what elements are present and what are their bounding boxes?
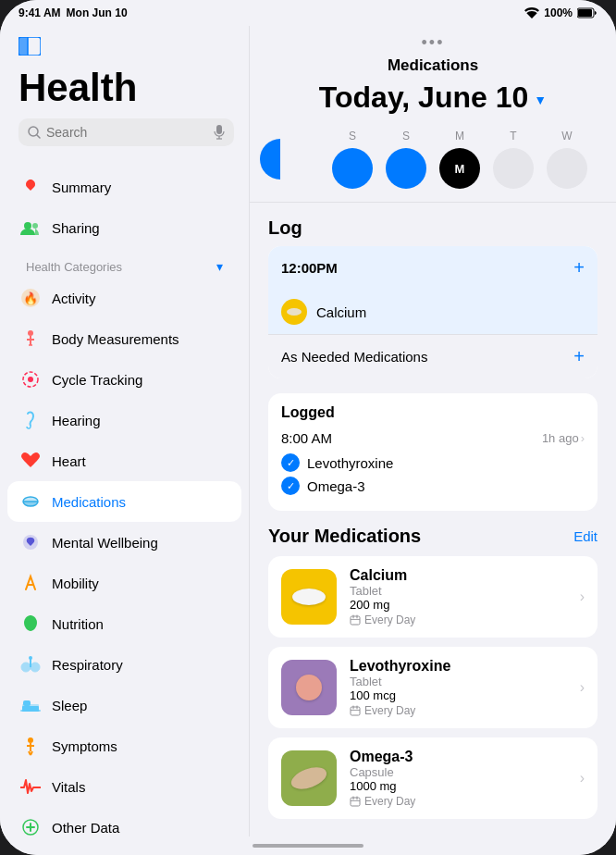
svg-point-15 (28, 330, 33, 336)
omega3-thumbnail (281, 750, 337, 806)
health-categories-header[interactable]: Health Categories ▾ (7, 248, 241, 278)
day-tuesday[interactable]: T (493, 130, 534, 189)
heart-icon (18, 449, 43, 473)
svg-rect-33 (23, 700, 31, 706)
respiratory-label: Respiratory (52, 657, 123, 673)
home-bar (253, 844, 363, 848)
day-circle-m[interactable]: M (439, 148, 480, 189)
body-measurements-label: Body Measurements (52, 331, 179, 347)
omega3-pill (289, 763, 329, 793)
svg-text:🔥: 🔥 (23, 291, 39, 306)
medication-omega3[interactable]: Omega-3 Capsule 1000 mg Every D (268, 737, 598, 819)
svg-point-46 (287, 308, 302, 316)
svg-rect-34 (20, 710, 41, 712)
medication-calcium[interactable]: Calcium Tablet 200 mg Every Day (268, 556, 598, 638)
sidebar-item-mental-wellbeing[interactable]: Mental Wellbeing (7, 522, 241, 563)
other-data-icon (18, 815, 43, 836)
logged-ago: 1h ago › (542, 431, 585, 445)
day-circle-s2[interactable] (386, 148, 426, 189)
sidebar-item-other-data[interactable]: Other Data (7, 807, 241, 836)
sidebar-item-heart[interactable]: Heart (7, 440, 241, 481)
calcium-log-name: Calcium (316, 304, 366, 320)
search-bar[interactable] (18, 118, 234, 146)
logged-med-levothyroxine: ✓ Levothyroxine (281, 453, 585, 472)
sidebar-item-sharing[interactable]: Sharing (7, 207, 241, 248)
dots-menu[interactable]: ••• (422, 33, 445, 53)
sharing-label: Sharing (52, 220, 100, 236)
sidebar: Health (0, 26, 250, 836)
day-wednesday[interactable]: W (547, 130, 587, 189)
search-input[interactable] (46, 125, 208, 140)
log-med-row: Calcium (268, 290, 598, 334)
main-header: ••• Medications Today, June 10 ▼ S (250, 26, 616, 203)
sidebar-item-respiratory[interactable]: Respiratory (7, 644, 241, 685)
health-categories-chevron[interactable]: ▾ (216, 259, 223, 274)
cycle-tracking-label: Cycle Tracking (52, 372, 142, 388)
svg-point-20 (28, 377, 33, 382)
medication-levothyroxine[interactable]: Levothyroxine Tablet 100 mcg Ev (268, 647, 598, 728)
check-icon-omega: ✓ (281, 477, 300, 495)
sleep-label: Sleep (52, 698, 87, 713)
cycle-tracking-icon (18, 367, 43, 391)
sidebar-toggle-icon[interactable] (18, 37, 41, 56)
status-date: Mon Jun 10 (67, 6, 128, 19)
log-add-button[interactable]: + (573, 257, 585, 279)
svg-rect-8 (216, 125, 222, 134)
edit-medications-button[interactable]: Edit (573, 528, 598, 544)
day-circle-w[interactable] (547, 148, 587, 189)
mic-icon[interactable] (214, 125, 225, 140)
sleep-icon (18, 693, 43, 717)
sidebar-item-symptoms[interactable]: Symptoms (7, 725, 241, 766)
mental-wellbeing-label: Mental Wellbeing (52, 535, 158, 551)
sidebar-item-body-measurements[interactable]: Body Measurements (7, 318, 241, 359)
levothyroxine-chevron: › (580, 679, 585, 696)
sidebar-item-cycle-tracking[interactable]: Cycle Tracking (7, 359, 241, 400)
content-area: Log 12:00PM + Calcium (250, 203, 616, 836)
omega3-name: Omega-3 (350, 749, 567, 765)
your-medications-header: Your Medications Edit (268, 526, 598, 547)
mobility-label: Mobility (52, 576, 99, 591)
battery-text: 100% (544, 6, 573, 19)
omega3-info: Omega-3 Capsule 1000 mg Every D (350, 749, 567, 808)
svg-rect-47 (351, 616, 360, 625)
as-needed-label: As Needed Medications (281, 349, 427, 365)
your-medications-section: Your Medications Edit Calcium Tablet 200… (268, 526, 598, 836)
sidebar-item-medications[interactable]: Medications (7, 481, 241, 522)
sidebar-item-activity[interactable]: 🔥 Activity (7, 278, 241, 318)
calcium-thumbnail (281, 569, 337, 625)
day-circle-s1[interactable] (332, 148, 373, 189)
as-needed-add-button[interactable]: + (573, 346, 585, 367)
status-bar-right: 100% (524, 6, 598, 19)
svg-point-27 (21, 663, 31, 672)
levothyroxine-thumbnail (281, 660, 337, 715)
svg-point-11 (24, 222, 31, 229)
body-measurements-icon (18, 327, 43, 351)
log-section-title: Log (268, 217, 598, 239)
medications-label: Medications (52, 494, 126, 510)
device-frame: 9:41 AM Mon Jun 10 100% (0, 0, 616, 855)
day-circle-t[interactable] (493, 148, 534, 189)
summary-label: Summary (52, 180, 111, 195)
symptoms-label: Symptoms (52, 738, 117, 754)
sidebar-item-summary[interactable]: Summary (7, 167, 241, 207)
week-strip: S S M M T W (269, 122, 597, 202)
main-panel-title: Medications (388, 56, 478, 75)
date-chevron[interactable]: ▼ (534, 93, 547, 107)
add-medication-button[interactable]: Add Medication (268, 828, 598, 836)
nutrition-label: Nutrition (52, 616, 104, 632)
status-time: 9:41 AM (18, 6, 61, 19)
sidebar-nav: Summary Sharing Health Categories (0, 167, 249, 836)
status-bar-left: 9:41 AM Mon Jun 10 (18, 6, 128, 19)
sidebar-item-vitals[interactable]: Vitals (7, 766, 241, 807)
day-sunday-1[interactable]: S (332, 130, 373, 189)
day-monday[interactable]: M M (439, 130, 480, 189)
vitals-label: Vitals (52, 779, 85, 795)
sidebar-item-hearing[interactable]: Hearing (7, 400, 241, 440)
sidebar-item-nutrition[interactable]: Nutrition (7, 603, 241, 644)
sidebar-item-mobility[interactable]: Mobility (7, 563, 241, 603)
activity-label: Activity (52, 291, 96, 306)
day-sunday-2[interactable]: S (386, 130, 426, 189)
sidebar-item-sleep[interactable]: Sleep (7, 685, 241, 725)
svg-point-35 (28, 737, 33, 743)
calendar-icon-levo (350, 705, 361, 716)
